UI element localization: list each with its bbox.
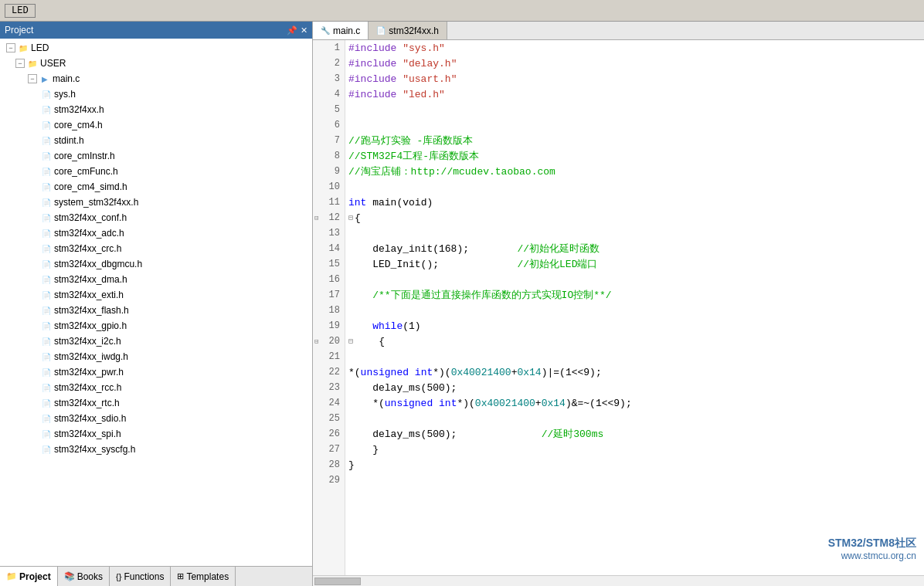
tree-item-core-cm4-h[interactable]: 📄 core_cm4.h: [0, 117, 312, 133]
tree-item-led[interactable]: − 📁 LED: [0, 40, 312, 56]
tree-label-stm32f4xx-spi-h: stm32f4xx_spi.h: [54, 428, 121, 439]
file-icon-main-c: ▶: [39, 73, 51, 85]
code-22b: unsigned: [361, 367, 415, 378]
tree-item-stm32f4xx-exti-h[interactable]: 📄 stm32f4xx_exti.h: [0, 287, 312, 303]
tree-item-stdint-h[interactable]: 📄 stdint.h: [0, 133, 312, 148]
code-line-18: [348, 303, 921, 318]
tree-item-stm32f4xx-rtc-h[interactable]: 📄 stm32f4xx_rtc.h: [0, 395, 312, 411]
sidebar-bottom-tabs: 📁 Project 📚 Books {} Functions ⊞ Templat…: [0, 566, 312, 586]
tree-item-stm32f4xx-crc-h[interactable]: 📄 stm32f4xx_crc.h: [0, 241, 312, 256]
ln-22: 22: [313, 364, 345, 380]
horizontal-scrollbar[interactable]: [313, 575, 924, 586]
code-include-1: #include: [348, 42, 403, 54]
code-14: delay_init(168);: [348, 243, 517, 255]
tree-item-core-cm4-simd-h[interactable]: 📄 core_cm4_simd.h: [0, 179, 312, 195]
tree-item-stm32f4xx-dbgmcu-h[interactable]: 📄 stm32f4xx_dbgmcu.h: [0, 256, 312, 272]
file-icon-stm32f4xx-spi-h: 📄: [40, 428, 53, 440]
tree-label-user: USER: [40, 58, 66, 69]
tree-item-stm32f4xx-h[interactable]: 📄 stm32f4xx.h: [0, 102, 312, 117]
file-icon-stm32f4xx-iwdg-h: 📄: [40, 351, 53, 363]
tree-label-stm32f4xx-dma-h: stm32f4xx_dma.h: [54, 274, 127, 285]
sidebar-pin-button[interactable]: 📌: [287, 25, 297, 36]
code-line-26: delay_ms(500); //延时300ms: [348, 426, 921, 442]
tree-item-stm32f4xx-flash-h[interactable]: 📄 stm32f4xx_flash.h: [0, 303, 312, 318]
templates-tab-icon: ⊞: [177, 571, 184, 581]
code-include-4: #include: [348, 89, 403, 100]
code-15: LED_Init();: [348, 259, 517, 270]
tree-item-user[interactable]: − 📁 USER: [0, 56, 312, 71]
tree-item-stm32f4xx-rcc-h[interactable]: 📄 stm32f4xx_rcc.h: [0, 380, 312, 395]
sidebar: Project 📌 ✕ − 📁 LED − 📁 USER − ▶: [0, 22, 313, 586]
tree-item-stm32f4xx-dma-h[interactable]: 📄 stm32f4xx_dma.h: [0, 272, 312, 287]
code-26: delay_ms(500);: [348, 428, 542, 440]
tree-item-main-c[interactable]: − ▶ main.c: [0, 71, 312, 86]
tree-item-stm32f4xx-pwr-h[interactable]: 📄 stm32f4xx_pwr.h: [0, 364, 312, 380]
tree-item-stm32f4xx-conf-h[interactable]: 📄 stm32f4xx_conf.h: [0, 210, 312, 225]
editor-tab-stm32f4xx-h[interactable]: 📄 stm32f4xx.h: [369, 22, 447, 39]
code-keyword-19: while: [348, 320, 403, 332]
expand-icon-led[interactable]: −: [6, 43, 15, 53]
code-comment-14: //初始化延时函数: [517, 242, 600, 256]
ln-7: 7: [313, 133, 345, 148]
tree-item-core-cminstr-h[interactable]: 📄 core_cmInstr.h: [0, 148, 312, 164]
code-22h: )|=(1<<9);: [542, 367, 602, 378]
code-line-24: *(unsigned int*)(0x40021400+0x14)&=~(1<<…: [348, 395, 921, 411]
code-comment-9: //淘宝店铺：http://mcudev.taobao.com: [348, 164, 555, 178]
file-icon-core-cminstr-h: 📄: [40, 150, 53, 162]
expand-icon-main-c[interactable]: −: [28, 74, 37, 83]
tree-label-core-cm4-simd-h: core_cm4_simd.h: [54, 181, 127, 192]
code-22f: +: [511, 367, 518, 378]
file-icon-stm32f4xx-exti-h: 📄: [40, 289, 53, 301]
sidebar-titlebar: Project 📌 ✕: [0, 22, 312, 39]
ln-4: 4: [313, 86, 345, 102]
tree-item-stm32f4xx-iwdg-h[interactable]: 📄 stm32f4xx_iwdg.h: [0, 349, 312, 364]
tree-item-sys-h[interactable]: 📄 sys.h: [0, 86, 312, 102]
tree-label-stm32f4xx-rcc-h: stm32f4xx_rcc.h: [54, 382, 121, 393]
tree-label-stm32f4xx-adc-h: stm32f4xx_adc.h: [54, 228, 124, 239]
code-28: }: [348, 459, 355, 471]
code-22e: 0x40021400: [451, 367, 511, 378]
ln-25: 25: [313, 411, 345, 426]
sidebar-tab-functions[interactable]: {} Functions: [110, 567, 171, 586]
code-line-20: ⊟ {: [348, 334, 921, 349]
code-22a: *(: [348, 367, 361, 378]
folder-icon-user: 📁: [26, 57, 39, 69]
file-icon-stm32f4xx-gpio-h: 📄: [40, 320, 53, 332]
tree-item-stm32f4xx-i2c-h[interactable]: 📄 stm32f4xx_i2c.h: [0, 334, 312, 349]
tree-item-stm32f4xx-spi-h[interactable]: 📄 stm32f4xx_spi.h: [0, 426, 312, 442]
code-line-22: *(unsigned int*)(0x40021400+0x14)|=(1<<9…: [348, 364, 921, 380]
tree-label-stm32f4xx-gpio-h: stm32f4xx_gpio.h: [54, 320, 127, 331]
tree-item-system-stm32f4xx-h[interactable]: 📄 system_stm32f4xx.h: [0, 195, 312, 210]
sidebar-close-button[interactable]: ✕: [301, 25, 307, 36]
scrollbar-thumb[interactable]: [314, 578, 361, 585]
code-19b: (1): [403, 320, 420, 332]
code-editor[interactable]: 1 2 3 4 5 6 7 8 9 10 11 ⊟12 13 14 15 16: [313, 40, 924, 575]
books-tab-icon: 📚: [64, 571, 75, 581]
tree-label-stm32f4xx-h: stm32f4xx.h: [54, 104, 104, 115]
ln-6: 6: [313, 117, 345, 133]
tree-item-stm32f4xx-sdio-h[interactable]: 📄 stm32f4xx_sdio.h: [0, 411, 312, 426]
code-24a: *(: [348, 398, 385, 409]
code-line-16: [348, 272, 921, 287]
tree-item-stm32f4xx-adc-h[interactable]: 📄 stm32f4xx_adc.h: [0, 225, 312, 241]
file-icon-stm32f4xx-rtc-h: 📄: [40, 397, 53, 409]
code-line-6: [348, 117, 921, 133]
code-line-15: LED_Init(); //初始化LED端口: [348, 256, 921, 272]
sidebar-tab-project[interactable]: 📁 Project: [0, 567, 58, 586]
sidebar-tree[interactable]: − 📁 LED − 📁 USER − ▶ main.c 📄 sys.h: [0, 39, 312, 566]
tree-label-stm32f4xx-exti-h: stm32f4xx_exti.h: [54, 290, 124, 300]
tree-label-stm32f4xx-pwr-h: stm32f4xx_pwr.h: [54, 367, 124, 378]
code-content[interactable]: #include "sys.h" #include "delay.h" #inc…: [345, 40, 924, 575]
code-24e: 0x40021400: [475, 398, 535, 409]
sidebar-tab-books[interactable]: 📚 Books: [58, 567, 110, 586]
tree-item-core-cmfunc-h[interactable]: 📄 core_cmFunc.h: [0, 164, 312, 179]
tree-label-sys-h: sys.h: [54, 89, 76, 100]
editor-tab-main-c[interactable]: 🔧 main.c: [313, 22, 369, 39]
code-line-12: ⊟{: [348, 210, 921, 225]
tree-item-stm32f4xx-syscfg-h[interactable]: 📄 stm32f4xx_syscfg.h: [0, 442, 312, 457]
expand-icon-user[interactable]: −: [15, 59, 25, 68]
tree-item-stm32f4xx-gpio-h[interactable]: 📄 stm32f4xx_gpio.h: [0, 318, 312, 334]
line-numbers: 1 2 3 4 5 6 7 8 9 10 11 ⊟12 13 14 15 16: [313, 40, 345, 575]
sidebar-tab-templates[interactable]: ⊞ Templates: [171, 567, 236, 586]
code-string-3: "usart.h": [403, 73, 457, 85]
